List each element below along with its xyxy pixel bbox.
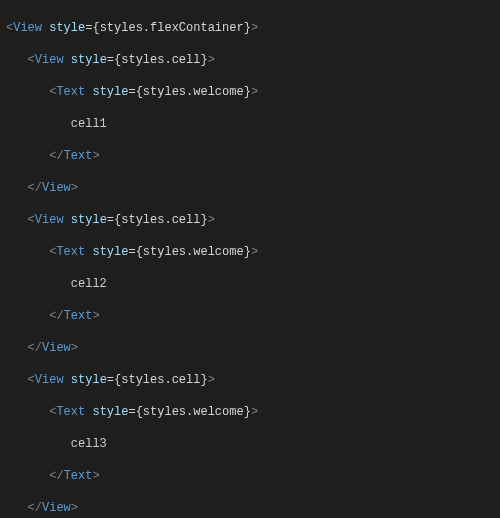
code-editor: <View style={styles.flexContainer}> <Vie… (0, 0, 500, 518)
code-line: </View> (6, 340, 494, 356)
code-line: </View> (6, 180, 494, 196)
code-line: </View> (6, 500, 494, 516)
code-line: cell1 (6, 116, 494, 132)
code-line: cell2 (6, 276, 494, 292)
code-line: <View style={styles.cell}> (6, 52, 494, 68)
code-line: <View style={styles.cell}> (6, 212, 494, 228)
code-line: </Text> (6, 468, 494, 484)
code-line: <View style={styles.flexContainer}> (6, 20, 494, 36)
code-line: <Text style={styles.welcome}> (6, 404, 494, 420)
code-line: </Text> (6, 148, 494, 164)
code-line: <Text style={styles.welcome}> (6, 244, 494, 260)
code-line: cell3 (6, 436, 494, 452)
code-line: <View style={styles.cell}> (6, 372, 494, 388)
code-line: </Text> (6, 308, 494, 324)
code-line: <Text style={styles.welcome}> (6, 84, 494, 100)
